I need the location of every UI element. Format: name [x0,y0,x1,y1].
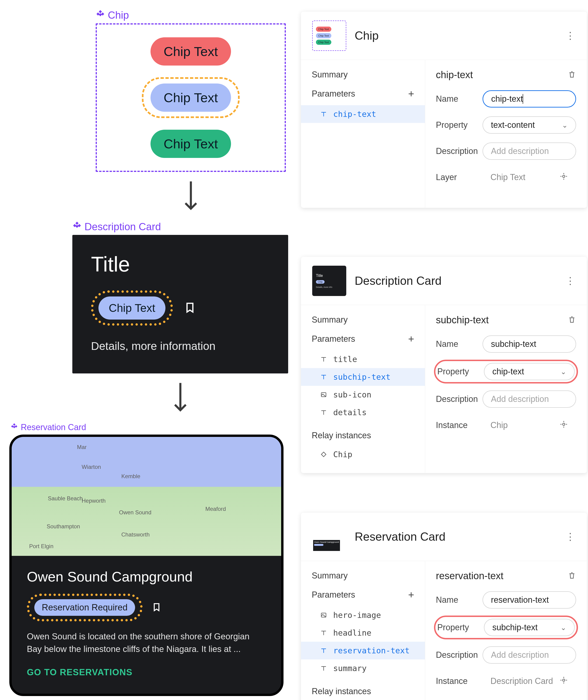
panel-title: Chip [355,29,557,42]
property-highlight: Property chip-text ⌄ [434,360,578,383]
image-type-icon [320,611,328,619]
property-label: Property [436,120,483,130]
chip-variant-blue[interactable]: Chip Text [150,84,231,112]
arrow-down-icon [72,379,288,417]
diamond-icon [320,450,328,458]
svg-point-0 [563,175,565,178]
name-input[interactable]: chip-text [483,90,576,108]
detail-title: subchip-text [436,314,489,326]
parameters-label: Parameters [312,89,355,99]
summary-section[interactable]: Summary [301,70,425,88]
add-parameter-icon[interactable]: + [408,88,414,100]
text-type-icon [320,110,328,118]
add-parameter-icon[interactable]: + [408,589,414,601]
description-card-preview[interactable]: Title Chip Text Details, more informatio… [72,235,288,373]
name-label: Name [436,339,483,349]
svg-point-2 [563,423,565,425]
relay-instances-label: Relay instances [301,421,425,446]
--menu-icon[interactable]: ⋮ [565,532,576,542]
description-label: Description [436,650,483,660]
param-headline[interactable]: headline [301,624,425,642]
name-input[interactable]: reservation-text [483,591,576,609]
instance-value: Chip [483,417,576,434]
chip-variant-green[interactable]: Chip Text [150,130,231,158]
more-menu-icon[interactable]: ⋮ [565,31,576,41]
text-type-icon [320,647,328,655]
chip-variant-frame[interactable]: Chip Text Chip Text Chip Text [96,23,286,172]
desc-frame-title: Description Card [84,221,161,233]
hero-image-map: Mar Wiarton Kemble Sauble Beach Hepworth… [12,437,281,556]
panel-title: Reservation Card [355,530,557,543]
panel-title: Description Card [355,274,557,288]
bookmark-icon[interactable] [184,300,196,316]
panel-thumbnail: Owen Sound Campground [312,522,346,552]
go-to-reservations-button[interactable]: GO TO RESERVATIONS [27,667,266,677]
param-subchip-text[interactable]: subchip-text [301,368,425,386]
add-parameter-icon[interactable]: + [408,333,414,345]
bookmark-icon[interactable] [152,601,161,614]
text-type-icon [320,355,328,363]
property-select[interactable]: chip-text ⌄ [484,363,575,380]
layer-value: Chip Text [483,169,576,186]
param-title[interactable]: title [301,350,425,368]
param-reservation-text[interactable]: reservation-text [301,642,425,659]
chip-panel: Chip Text Chip Text Chip Text Chip ⋮ Sum… [301,12,587,208]
locate-icon[interactable] [559,172,568,183]
res-summary: Owen Sound is located on the southern sh… [27,630,266,655]
param-details[interactable]: details [301,404,425,421]
detail-title: chip-text [436,69,473,80]
parameters-label: Parameters [312,590,355,600]
relay-instances-label: Relay instances [301,677,425,700]
desc-frame-label: Description Card [72,221,289,233]
locate-icon[interactable] [559,420,568,431]
property-select[interactable]: text-content ⌄ [483,116,576,134]
text-type-icon [320,629,328,637]
locate-icon[interactable] [559,676,568,687]
parameters-label: Parameters [312,334,355,344]
name-label: Name [436,94,483,104]
description-label: Description [436,394,483,404]
instance-label: Instance [436,676,483,686]
summary-section[interactable]: Summary [301,315,425,333]
desc-chip-highlight: Chip Text [91,290,173,326]
text-type-icon [320,664,328,672]
reservation-card-panel: Owen Sound Campground Reservation Card ⋮… [301,513,587,700]
detail-title: reservation-text [436,570,503,582]
property-select[interactable]: subchip-text ⌄ [484,619,575,636]
property-highlight: Property subchip-text ⌄ [434,616,578,639]
res-chip[interactable]: Reservation Required [34,599,135,616]
property-label: Property [437,623,484,632]
layer-label: Layer [436,172,483,182]
relay-instance-chip[interactable]: Chip [301,446,425,463]
more-menu-icon[interactable]: ⋮ [565,276,576,286]
panel-thumbnail: Title Chip Details, more info [312,266,346,296]
description-card-panel: Title Chip Details, more info Descriptio… [301,257,587,473]
desc-details: Details, more information [91,340,269,352]
summary-section[interactable]: Summary [301,571,425,589]
desc-chip[interactable]: Chip Text [98,296,165,320]
property-label: Property [437,367,484,376]
param-chip-text[interactable]: chip-text [301,105,425,123]
arrow-down-icon [96,178,286,215]
param-summary[interactable]: summary [301,659,425,677]
param-hero-image[interactable]: hero-image [301,606,425,624]
param-sub-icon[interactable]: sub-icon [301,386,425,404]
delete-icon[interactable] [568,571,576,581]
description-label: Description [436,146,483,156]
delete-icon[interactable] [568,70,576,80]
name-input[interactable]: subchip-text [483,335,576,353]
relay-diamond-icon [96,9,105,21]
instance-label: Instance [436,420,483,430]
description-input[interactable]: Add description [483,646,576,664]
description-input[interactable]: Add description [483,143,576,160]
reservation-card-preview[interactable]: Mar Wiarton Kemble Sauble Beach Hepworth… [9,435,283,696]
chip-frame-title: Chip [108,9,129,21]
description-input[interactable]: Add description [483,390,576,408]
chip-variant-red[interactable]: Chip Text [150,37,231,66]
chevron-down-icon: ⌄ [562,121,568,129]
chip-variant-blue-highlight: Chip Text [142,77,239,118]
delete-icon[interactable] [568,315,576,325]
text-type-icon [320,373,328,381]
relay-diamond-icon [10,422,18,432]
svg-point-4 [563,679,565,681]
